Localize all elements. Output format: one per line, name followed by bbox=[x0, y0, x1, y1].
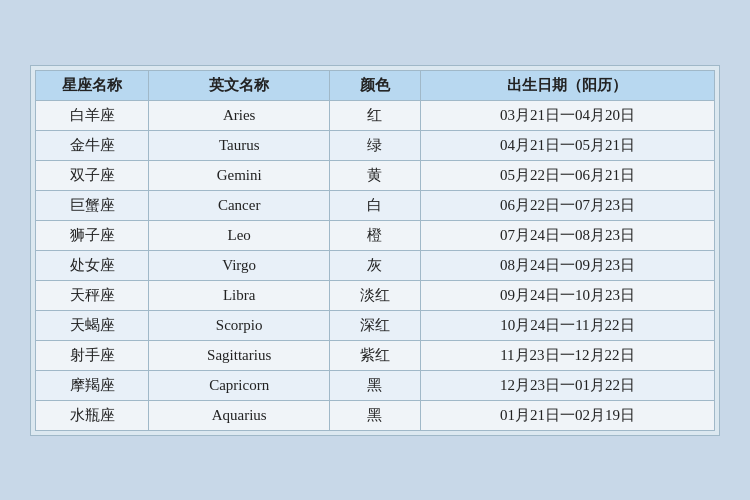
cell-birth-date: 07月24日一08月23日 bbox=[420, 220, 714, 250]
cell-english-name: Aquarius bbox=[149, 400, 330, 430]
cell-color: 绿 bbox=[330, 130, 421, 160]
cell-color: 白 bbox=[330, 190, 421, 220]
zodiac-table: 星座名称 英文名称 颜色 出生日期（阳历） 白羊座Aries红03月21日一04… bbox=[35, 70, 715, 431]
table-row: 处女座Virgo灰08月24日一09月23日 bbox=[36, 250, 715, 280]
header-english-name: 英文名称 bbox=[149, 70, 330, 100]
cell-chinese-name: 天秤座 bbox=[36, 280, 149, 310]
cell-birth-date: 01月21日一02月19日 bbox=[420, 400, 714, 430]
cell-birth-date: 05月22日一06月21日 bbox=[420, 160, 714, 190]
cell-chinese-name: 水瓶座 bbox=[36, 400, 149, 430]
cell-color: 红 bbox=[330, 100, 421, 130]
cell-chinese-name: 金牛座 bbox=[36, 130, 149, 160]
cell-english-name: Cancer bbox=[149, 190, 330, 220]
cell-chinese-name: 摩羯座 bbox=[36, 370, 149, 400]
zodiac-table-container: 星座名称 英文名称 颜色 出生日期（阳历） 白羊座Aries红03月21日一04… bbox=[30, 65, 720, 436]
table-row: 摩羯座Capricorn黑12月23日一01月22日 bbox=[36, 370, 715, 400]
cell-chinese-name: 射手座 bbox=[36, 340, 149, 370]
table-row: 狮子座Leo橙07月24日一08月23日 bbox=[36, 220, 715, 250]
cell-chinese-name: 狮子座 bbox=[36, 220, 149, 250]
cell-color: 黑 bbox=[330, 400, 421, 430]
cell-birth-date: 06月22日一07月23日 bbox=[420, 190, 714, 220]
table-row: 天蝎座Scorpio深红10月24日一11月22日 bbox=[36, 310, 715, 340]
cell-color: 深红 bbox=[330, 310, 421, 340]
cell-english-name: Taurus bbox=[149, 130, 330, 160]
cell-color: 黑 bbox=[330, 370, 421, 400]
table-row: 双子座Gemini黄05月22日一06月21日 bbox=[36, 160, 715, 190]
cell-birth-date: 09月24日一10月23日 bbox=[420, 280, 714, 310]
cell-birth-date: 08月24日一09月23日 bbox=[420, 250, 714, 280]
cell-chinese-name: 天蝎座 bbox=[36, 310, 149, 340]
header-birth-date: 出生日期（阳历） bbox=[420, 70, 714, 100]
header-chinese-name: 星座名称 bbox=[36, 70, 149, 100]
cell-english-name: Virgo bbox=[149, 250, 330, 280]
cell-english-name: Gemini bbox=[149, 160, 330, 190]
cell-birth-date: 03月21日一04月20日 bbox=[420, 100, 714, 130]
cell-chinese-name: 处女座 bbox=[36, 250, 149, 280]
cell-chinese-name: 白羊座 bbox=[36, 100, 149, 130]
table-row: 射手座Sagittarius紫红11月23日一12月22日 bbox=[36, 340, 715, 370]
cell-birth-date: 10月24日一11月22日 bbox=[420, 310, 714, 340]
table-row: 巨蟹座Cancer白06月22日一07月23日 bbox=[36, 190, 715, 220]
cell-english-name: Scorpio bbox=[149, 310, 330, 340]
cell-english-name: Libra bbox=[149, 280, 330, 310]
table-row: 白羊座Aries红03月21日一04月20日 bbox=[36, 100, 715, 130]
header-color: 颜色 bbox=[330, 70, 421, 100]
cell-english-name: Capricorn bbox=[149, 370, 330, 400]
cell-color: 紫红 bbox=[330, 340, 421, 370]
table-row: 金牛座Taurus绿04月21日一05月21日 bbox=[36, 130, 715, 160]
cell-english-name: Aries bbox=[149, 100, 330, 130]
cell-birth-date: 11月23日一12月22日 bbox=[420, 340, 714, 370]
cell-color: 黄 bbox=[330, 160, 421, 190]
cell-birth-date: 04月21日一05月21日 bbox=[420, 130, 714, 160]
table-header-row: 星座名称 英文名称 颜色 出生日期（阳历） bbox=[36, 70, 715, 100]
cell-english-name: Leo bbox=[149, 220, 330, 250]
cell-chinese-name: 巨蟹座 bbox=[36, 190, 149, 220]
table-body: 白羊座Aries红03月21日一04月20日金牛座Taurus绿04月21日一0… bbox=[36, 100, 715, 430]
cell-english-name: Sagittarius bbox=[149, 340, 330, 370]
cell-birth-date: 12月23日一01月22日 bbox=[420, 370, 714, 400]
cell-color: 橙 bbox=[330, 220, 421, 250]
cell-chinese-name: 双子座 bbox=[36, 160, 149, 190]
cell-color: 淡红 bbox=[330, 280, 421, 310]
table-row: 水瓶座Aquarius黑01月21日一02月19日 bbox=[36, 400, 715, 430]
cell-color: 灰 bbox=[330, 250, 421, 280]
table-row: 天秤座Libra淡红09月24日一10月23日 bbox=[36, 280, 715, 310]
